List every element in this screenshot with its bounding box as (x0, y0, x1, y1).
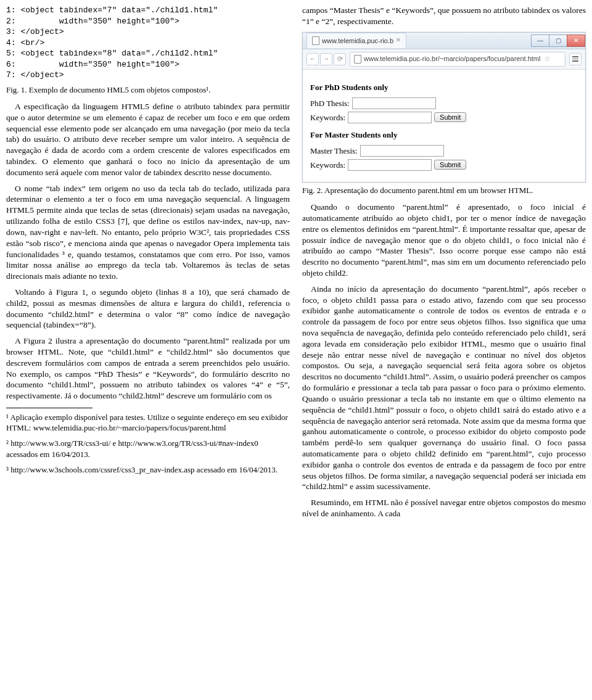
form-row-phd: PhD Thesis: (310, 97, 578, 109)
file-icon (354, 55, 361, 64)
menu-line-icon (572, 56, 578, 57)
menu-line-icon (572, 59, 578, 60)
code-line: 4: <br/> (6, 38, 44, 47)
label-master: Master Thesis: (310, 146, 358, 156)
address-bar: ← → ⟳ www.telemidia.puc-rio.br/~marcio/p… (303, 49, 585, 70)
back-button[interactable]: ← (306, 53, 319, 65)
para-tabindex-spec: A especificação da linguagem HTML5 defin… (6, 101, 290, 178)
minimize-button[interactable]: — (531, 35, 549, 47)
keywords-input-1[interactable] (348, 112, 432, 123)
footnotes: ¹ Aplicação exemplo disponível para test… (6, 412, 290, 475)
star-icon[interactable]: ☆ (544, 54, 551, 64)
para-continuation: campos “Master Thesis” e “Keywords”, que… (302, 5, 586, 27)
submit-button-2[interactable]: Submit (434, 160, 466, 170)
page-columns: 1: <object tabindex="7" data="./child1.h… (6, 5, 586, 524)
label-keywords: Keywords: (310, 160, 345, 170)
forward-button[interactable]: → (320, 53, 332, 65)
para-figure2-intro: A Figura 2 ilustra a apresentação do doc… (6, 336, 290, 401)
right-column: campos “Master Thesis” e “Keywords”, que… (302, 5, 586, 524)
nav-arrows: ← → ⟳ (306, 53, 346, 65)
reload-button[interactable]: ⟳ (334, 53, 346, 65)
section-master-title: For Master Students only (310, 130, 578, 140)
code-line: 1: <object tabindex="7" data="./child1.h… (6, 6, 218, 15)
footnote-3: ³ http://www.w3schools.com/cssref/css3_p… (6, 464, 290, 475)
footnote-2: ² http://www.w3.org/TR/css3-ui/ e http:/… (6, 438, 290, 459)
label-keywords: Keywords: (310, 112, 345, 123)
url-field[interactable]: www.telemidia.puc-rio.br/~marcio/papers/… (350, 52, 565, 67)
figure-2-caption: Fig. 2. Apresentação do documento parent… (302, 185, 586, 196)
url-text: www.telemidia.puc-rio.br/~marcio/papers/… (364, 54, 540, 64)
keywords-input-2[interactable] (348, 159, 432, 171)
code-line: 5: <object tabindex="8" data="./child2.h… (6, 49, 218, 58)
browser-screenshot: www.telemidia.puc-rio.b ✕ — ▢ ✕ ← → ⟳ ww… (302, 32, 586, 183)
left-column: 1: <object tabindex="7" data="./child1.h… (6, 5, 290, 524)
code-line: 6: width="350" height="100"> (6, 60, 179, 69)
file-icon (312, 36, 319, 45)
tab-title: www.telemidia.puc-rio.b (322, 36, 393, 46)
maximize-button[interactable]: ▢ (549, 35, 567, 47)
para-tabindex-origin: O nome “tab index” tem origem no uso da … (6, 183, 290, 282)
form-row-keywords1: Keywords: Submit (310, 112, 578, 123)
code-line: 3: </object> (6, 27, 64, 36)
submit-button-1[interactable]: Submit (434, 112, 466, 122)
para-focus-initial: Quando o documento “parent.html” é apres… (302, 202, 586, 279)
code-line: 2: width="350" height="100"> (6, 17, 179, 26)
form-row-keywords2: Keywords: Submit (310, 159, 578, 171)
menu-button[interactable] (569, 53, 582, 65)
browser-tab[interactable]: www.telemidia.puc-rio.b ✕ (306, 33, 406, 48)
para-child1-active: Ainda no início da apresentação do docum… (302, 284, 586, 492)
master-thesis-input[interactable] (360, 145, 444, 157)
browser-title-bar: www.telemidia.puc-rio.b ✕ — ▢ ✕ (303, 33, 585, 49)
para-child2: Voltando à Figura 1, o segundo objeto (l… (6, 287, 290, 331)
window-buttons: — ▢ ✕ (531, 35, 585, 47)
label-phd: PhD Thesis: (310, 98, 350, 109)
menu-line-icon (572, 60, 578, 62)
figure-1-caption: Fig. 1. Exemplo de documento HML5 com ob… (6, 84, 290, 95)
para-summary: Resumindo, em HTML não é possível navega… (302, 497, 586, 519)
code-line: 7: </object> (6, 70, 64, 80)
footnote-1: ¹ Aplicação exemplo disponível para test… (6, 412, 290, 433)
footnote-separator (6, 408, 92, 408)
form-row-master: Master Thesis: (310, 145, 578, 157)
code-listing: 1: <object tabindex="7" data="./child1.h… (6, 5, 290, 81)
phd-thesis-input[interactable] (352, 97, 436, 109)
rendered-page: For PhD Students only PhD Thesis: Keywor… (303, 70, 585, 182)
close-icon[interactable]: ✕ (396, 37, 401, 44)
close-button[interactable]: ✕ (567, 35, 585, 47)
section-phd-title: For PhD Students only (310, 82, 578, 93)
